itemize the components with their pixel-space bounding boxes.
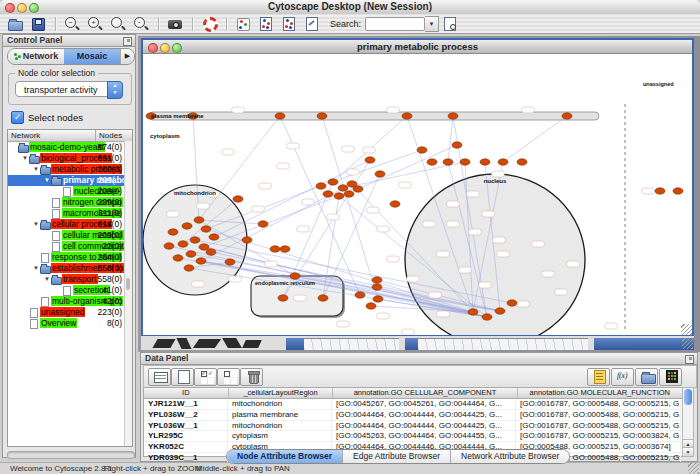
tree-row-establishment-of-lo[interactable]: ▼establishment of lo558(0) <box>8 263 132 274</box>
expander-icon[interactable]: ▼ <box>43 175 51 186</box>
node-color-dropdown[interactable]: transporter activity ▲▼ <box>15 81 123 97</box>
network-overlay-b-icon[interactable] <box>281 16 298 31</box>
expander-icon[interactable]: ▼ <box>32 263 40 274</box>
tree-row-unassigned[interactable]: unassigned223(0) <box>8 307 132 318</box>
scrollbar-thumb[interactable] <box>684 389 692 405</box>
tab-overflow-arrow[interactable]: ▶ <box>120 49 134 64</box>
network-canvas[interactable]: plasma membranecytoplasmmitochondrionnuc… <box>143 54 692 335</box>
graph-node[interactable] <box>194 217 204 223</box>
table-scrollbar[interactable]: ▲ ▼ <box>682 387 694 457</box>
tree-row-transport[interactable]: ▼transport558(0) <box>8 274 132 285</box>
search-dropdown-button[interactable]: ▼ <box>425 16 439 32</box>
graph-node[interactable] <box>372 277 382 283</box>
search-input[interactable] <box>365 17 425 31</box>
graph-node[interactable] <box>173 255 183 261</box>
window-resize-grip[interactable] <box>682 338 693 349</box>
new-attribute-button[interactable] <box>171 368 194 386</box>
graph-node[interactable] <box>344 191 354 197</box>
graph-node[interactable] <box>372 284 382 290</box>
expander-icon[interactable]: ▼ <box>32 219 40 230</box>
tree-row-nucleobase-[interactable]: nucleobase-209(0) <box>8 186 132 197</box>
close-network-window-button[interactable] <box>148 43 158 53</box>
import-attributes-button[interactable] <box>635 368 658 386</box>
open-file-icon[interactable] <box>7 16 24 31</box>
graph-node[interactable] <box>448 113 458 119</box>
unselect-attributes-button[interactable] <box>217 368 240 386</box>
tab-network-attribute-browser[interactable]: Network Attribute Browser <box>451 450 569 463</box>
graph-node[interactable] <box>323 191 333 197</box>
zoom-selected-icon[interactable] <box>133 16 150 31</box>
graph-node[interactable] <box>290 273 300 279</box>
annotation-icon[interactable] <box>304 16 321 31</box>
graph-node[interactable] <box>334 193 344 199</box>
tree-row-biological-process[interactable]: ▼biological_process651(0) <box>8 153 132 164</box>
graph-node[interactable] <box>317 113 327 119</box>
graph-node[interactable] <box>186 251 196 257</box>
tree-row-secretion[interactable]: secretion41(0) <box>8 285 132 296</box>
tree-row-cellular-process[interactable]: ▼cellular process614(0) <box>8 219 132 230</box>
tab-mosaic[interactable]: Mosaic <box>64 49 120 64</box>
graph-node[interactable] <box>427 159 437 165</box>
graph-node[interactable] <box>209 234 219 240</box>
column-header-3[interactable]: annotation.GO MOLECULAR_FUNCTION <box>518 388 683 398</box>
expander-icon[interactable]: ▼ <box>32 164 40 175</box>
graph-node[interactable] <box>402 113 412 119</box>
table-row[interactable]: YJR121W__1mitochondrion[GO:0045267, GO:0… <box>144 399 683 410</box>
show-table-button[interactable] <box>148 368 171 386</box>
select-attributes-button[interactable] <box>194 368 217 386</box>
delete-attribute-button[interactable] <box>240 368 263 386</box>
minimize-network-window-button[interactable] <box>160 43 170 53</box>
graph-node[interactable] <box>258 221 268 227</box>
zoom-fit-icon[interactable] <box>110 16 127 31</box>
snapshot-icon[interactable] <box>167 16 184 31</box>
graph-node[interactable] <box>390 201 400 207</box>
zoom-network-window-button[interactable] <box>172 43 182 53</box>
graph-node[interactable] <box>270 246 280 252</box>
tree-row-cell-communicat[interactable]: cell communicat22(0) <box>8 241 132 252</box>
tree-row-cellular-metabol[interactable]: cellular metabol209(0) <box>8 230 132 241</box>
float-panel-icon[interactable] <box>123 37 132 46</box>
graph-node[interactable] <box>373 296 383 302</box>
graph-node[interactable] <box>480 159 490 165</box>
formula-builder-button[interactable] <box>611 368 634 386</box>
graph-node[interactable] <box>366 303 376 309</box>
app-resize-grip[interactable] <box>688 463 699 474</box>
zoom-in-icon[interactable] <box>87 16 104 31</box>
tab-network[interactable]: Network <box>8 49 64 64</box>
graph-node[interactable] <box>495 308 505 314</box>
expander-icon[interactable]: ▼ <box>43 274 51 285</box>
tree-row-primary-metabo[interactable]: ▼primary metabo209(... <box>8 175 132 186</box>
search-index-icon[interactable] <box>442 16 459 31</box>
graph-node[interactable] <box>278 295 288 301</box>
graph-node[interactable] <box>328 179 338 185</box>
graph-node[interactable] <box>673 188 683 194</box>
tree-row-metabolic-process[interactable]: ▼metabolic process280(0) <box>8 164 132 175</box>
table-row[interactable]: YPL036W__1mitochondrion[GO:0044464, GO:0… <box>144 421 683 432</box>
graph-node[interactable] <box>201 226 211 232</box>
save-icon[interactable] <box>30 16 47 31</box>
expander-icon[interactable]: ▼ <box>21 153 29 164</box>
graph-node[interactable] <box>355 292 365 298</box>
graph-node[interactable] <box>417 147 427 153</box>
graph-node[interactable] <box>338 185 348 191</box>
float-panel-icon[interactable] <box>685 355 694 364</box>
tree-row-macromolecule[interactable]: macromolecule311(0) <box>8 208 132 219</box>
graph-node[interactable] <box>190 237 200 243</box>
graph-node[interactable] <box>498 159 508 165</box>
column-header-1[interactable]: _cellularLayoutRegion <box>229 388 334 398</box>
graph-node[interactable] <box>168 229 178 235</box>
graph-node[interactable] <box>365 157 375 163</box>
graph-node[interactable] <box>182 223 192 229</box>
tree-row-multi-organism-pro[interactable]: multi-organism pro42(0) <box>8 296 132 307</box>
tree-scrollbar[interactable] <box>124 141 132 446</box>
graph-node[interactable] <box>460 159 470 165</box>
tree-row-overview[interactable]: Overview8(0) <box>8 318 132 329</box>
graph-node[interactable] <box>233 196 243 202</box>
graph-node[interactable] <box>280 246 290 252</box>
minimize-window-button[interactable] <box>17 3 27 13</box>
graph-node[interactable] <box>225 259 235 265</box>
graph-node[interactable] <box>655 188 665 194</box>
graph-node[interactable] <box>164 243 174 249</box>
table-row[interactable]: YPL036W__2plasma membrane[GO:0044464, GO… <box>144 410 683 421</box>
tree-row-nitrogen-compo[interactable]: nitrogen compo209(0) <box>8 197 132 208</box>
